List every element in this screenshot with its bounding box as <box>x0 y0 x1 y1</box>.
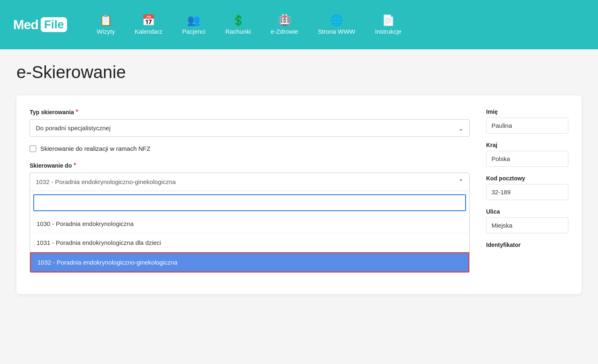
chevron-up-icon: ⌃ <box>458 178 464 186</box>
required-star-typ: * <box>76 108 78 116</box>
dropdown-selected-row[interactable]: 1032 - Poradnia endokrynologiczno-gineko… <box>30 173 469 191</box>
identyfikator-field: Identyfikator <box>486 242 568 248</box>
nav-instrukcje-label: Instrukcje <box>375 28 401 35</box>
e-zdrowie-icon: 🏥 <box>278 15 291 25</box>
page-title: e-Skierowanie <box>16 62 582 82</box>
kraj-value: Polska <box>486 151 568 167</box>
form-section: Typ skierowania * Do poradni specjalisty… <box>30 108 470 281</box>
nav-pacjenci[interactable]: 👥 Pacjenci <box>172 10 216 40</box>
nav-strona-www[interactable]: 🌐 Strona WWW <box>308 10 365 40</box>
imie-field: Imię Paulina <box>486 108 568 134</box>
typ-skierowania-label: Typ skierowania * <box>30 108 470 116</box>
ulica-field: Ulica Miejska <box>486 208 568 233</box>
nav-rachunki[interactable]: 💲 Rachunki <box>216 10 261 40</box>
main-nav: 📋 Wizyty 📅 Kalendarz 👥 Pacjenci 💲 Rachun… <box>87 10 411 40</box>
dropdown-search-input[interactable] <box>33 194 466 211</box>
typ-skierowania-select[interactable]: Do poradni specjalistycznej ⌄ <box>30 119 470 137</box>
chevron-down-icon: ⌄ <box>458 124 464 132</box>
content-card: Typ skierowania * Do poradni specjalisty… <box>16 95 582 294</box>
dropdown-option-1030[interactable]: 1030 - Poradnia endokrynologiczna <box>30 214 469 233</box>
kraj-field: Kraj Polska <box>486 142 568 167</box>
kod-pocztowy-field: Kod pocztowy 32-189 <box>486 175 568 200</box>
dropdown-option-1032[interactable]: 1032 - Poradnia endokrynologiczno-gineko… <box>30 252 469 272</box>
nav-wizyty[interactable]: 📋 Wizyty <box>87 10 125 40</box>
nav-kalendarz-label: Kalendarz <box>134 28 162 35</box>
kod-pocztowy-label: Kod pocztowy <box>486 175 568 182</box>
pacjenci-icon: 👥 <box>187 15 200 25</box>
imie-value: Paulina <box>486 117 568 134</box>
skierowanie-do-label: Skierowanie do * <box>30 162 470 169</box>
checkbox-nfz-row: Skierowanie do realizacji w ramach NFZ <box>30 145 470 152</box>
nav-kalendarz[interactable]: 📅 Kalendarz <box>125 10 172 40</box>
checkbox-nfz[interactable] <box>30 145 36 152</box>
wizyty-icon: 📋 <box>99 15 112 25</box>
nav-rachunki-label: Rachunki <box>225 28 251 35</box>
kod-pocztowy-value: 32-189 <box>486 184 568 200</box>
kalendarz-icon: 📅 <box>142 15 155 25</box>
nav-strona-www-label: Strona WWW <box>318 28 355 35</box>
nav-instrukcje[interactable]: 📄 Instrukcje <box>365 10 411 40</box>
logo-file: File <box>44 18 64 31</box>
logo-file-box: File <box>41 17 67 32</box>
ulica-label: Ulica <box>486 208 568 215</box>
nav-wizyty-label: Wizyty <box>97 28 115 35</box>
nav-pacjenci-label: Pacjenci <box>182 28 206 35</box>
main-header: Med File 📋 Wizyty 📅 Kalendarz 👥 Pacjenci… <box>0 0 598 49</box>
ulica-value: Miejska <box>486 217 568 233</box>
dropdown-option-1031[interactable]: 1031 - Poradnia endokrynologiczna dla dz… <box>30 233 469 252</box>
imie-label: Imię <box>486 108 568 115</box>
identyfikator-label: Identyfikator <box>486 242 568 248</box>
main-content: e-Skierowanie Typ skierowania * Do porad… <box>0 49 598 307</box>
nav-e-zdrowie[interactable]: 🏥 e-Zdrowie <box>261 10 308 40</box>
skierowanie-do-dropdown[interactable]: 1032 - Poradnia endokrynologiczno-gineko… <box>30 173 470 273</box>
nav-e-zdrowie-label: e-Zdrowie <box>271 28 298 35</box>
rachunki-icon: 💲 <box>232 15 245 25</box>
logo[interactable]: Med File <box>13 17 67 32</box>
logo-med: Med <box>13 17 38 32</box>
typ-skierowania-value[interactable]: Do poradni specjalistycznej <box>30 120 469 136</box>
strona-www-icon: 🌐 <box>330 15 343 25</box>
required-star-skierowanie: * <box>74 162 76 169</box>
dropdown-selected-value: 1032 - Poradnia endokrynologiczno-gineko… <box>36 178 176 185</box>
kraj-label: Kraj <box>486 142 568 148</box>
checkbox-nfz-label[interactable]: Skierowanie do realizacji w ramach NFZ <box>40 145 151 152</box>
instrukcje-icon: 📄 <box>382 15 395 25</box>
dropdown-options-list: 1030 - Poradnia endokrynologiczna 1031 -… <box>30 214 469 272</box>
right-panel: Imię Paulina Kraj Polska Kod pocztowy 32… <box>486 108 568 281</box>
